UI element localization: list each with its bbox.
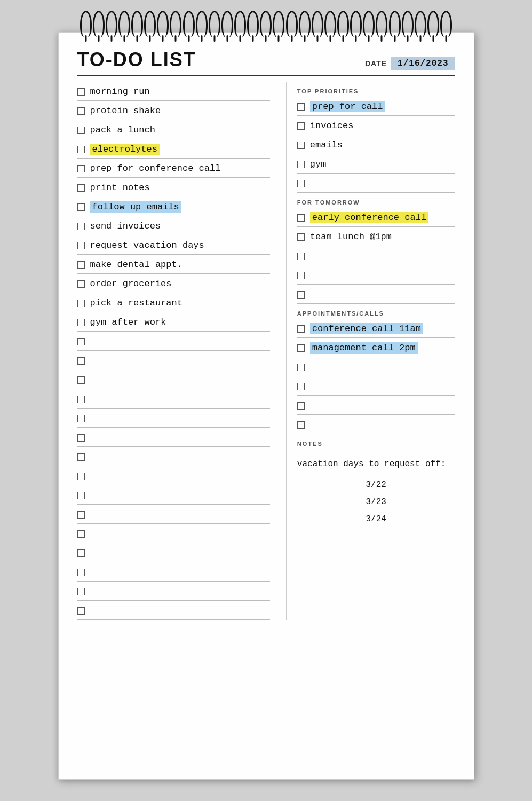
task-checkbox[interactable] [77, 146, 85, 153]
spiral-coil [312, 11, 323, 37]
task-item: prep for conference call [77, 159, 270, 178]
empty-task [297, 265, 455, 285]
date-label: DATE [365, 59, 387, 68]
empty-task [297, 246, 455, 265]
task-text: send invoices [90, 221, 270, 231]
task-checkbox[interactable] [297, 103, 305, 111]
highlight-blue: follow up emails [90, 201, 181, 213]
empty-task [77, 582, 270, 601]
highlight-yellow: electrolytes [90, 144, 160, 155]
task-text: follow up emails [90, 202, 270, 212]
task-text: emails [310, 140, 455, 150]
spiral-coil [286, 11, 298, 37]
spiral-binding [80, 0, 453, 37]
task-checkbox[interactable] [297, 233, 305, 241]
task-checkbox[interactable] [77, 242, 85, 249]
task-text: prep for call [310, 101, 455, 112]
task-checkbox[interactable] [297, 253, 305, 260]
empty-task [77, 601, 270, 620]
date-value: 1/16/2023 [391, 57, 455, 70]
empty-task [77, 485, 270, 505]
task-text: protein shake [90, 106, 270, 116]
task-text: request vacation days [90, 240, 270, 250]
task-checkbox[interactable] [77, 396, 85, 403]
task-checkbox[interactable] [77, 607, 85, 615]
task-checkbox[interactable] [77, 223, 85, 230]
task-checkbox[interactable] [297, 421, 305, 429]
spiral-coil [157, 11, 169, 37]
task-checkbox[interactable] [297, 122, 305, 130]
spiral-coil [299, 11, 311, 37]
appointment-item: management call 2pm [297, 338, 455, 357]
task-checkbox[interactable] [297, 272, 305, 279]
spiral-coil [144, 11, 156, 37]
spiral-coil [118, 11, 130, 37]
task-checkbox[interactable] [77, 434, 85, 442]
task-checkbox[interactable] [297, 364, 305, 371]
task-checkbox[interactable] [77, 203, 85, 211]
empty-task [77, 332, 270, 351]
task-checkbox[interactable] [77, 453, 85, 461]
task-text: morning run [90, 87, 270, 97]
task-checkbox[interactable] [77, 165, 85, 172]
task-checkbox[interactable] [77, 280, 85, 288]
task-checkbox[interactable] [77, 319, 85, 326]
task-item: follow up emails [77, 197, 270, 216]
for-tomorrow-label: FOR TOMORROW [297, 199, 455, 206]
task-checkbox[interactable] [77, 107, 85, 115]
task-checkbox[interactable] [297, 402, 305, 410]
task-item: electrolytes [77, 139, 270, 159]
spiral-coil [376, 11, 387, 37]
spiral-coil [80, 11, 92, 37]
task-text: prep for conference call [90, 163, 270, 174]
task-checkbox[interactable] [77, 300, 85, 307]
task-checkbox[interactable] [77, 261, 85, 269]
task-checkbox[interactable] [77, 549, 85, 557]
empty-task [297, 285, 455, 304]
empty-task [77, 428, 270, 447]
task-text: early conference call [310, 213, 455, 223]
spiral-coil [273, 11, 284, 37]
task-checkbox[interactable] [297, 180, 305, 187]
task-checkbox[interactable] [297, 383, 305, 390]
task-checkbox[interactable] [77, 127, 85, 134]
spiral-coil [131, 11, 143, 37]
task-checkbox[interactable] [77, 492, 85, 499]
task-text: invoices [310, 121, 455, 131]
task-checkbox[interactable] [77, 415, 85, 422]
task-checkbox[interactable] [77, 588, 85, 595]
task-checkbox[interactable] [297, 161, 305, 168]
task-checkbox[interactable] [77, 376, 85, 384]
task-checkbox[interactable] [77, 530, 85, 538]
empty-task [297, 396, 455, 415]
task-checkbox[interactable] [77, 357, 85, 365]
task-text: management call 2pm [310, 343, 455, 353]
priority-item: emails [297, 135, 455, 154]
appointment-item: conference call 11am [297, 319, 455, 338]
task-checkbox[interactable] [297, 142, 305, 149]
task-checkbox[interactable] [77, 338, 85, 345]
spiral-coil [337, 11, 349, 37]
spiral-coil [170, 11, 181, 37]
task-text: print notes [90, 183, 270, 193]
task-checkbox[interactable] [77, 88, 85, 96]
task-checkbox[interactable] [297, 325, 305, 333]
spiral-coil [247, 11, 259, 37]
task-text: gym after work [90, 317, 270, 327]
task-text: order groceries [90, 279, 270, 289]
task-checkbox[interactable] [297, 291, 305, 299]
task-checkbox[interactable] [77, 184, 85, 192]
priority-item: gym [297, 154, 455, 174]
task-checkbox[interactable] [297, 214, 305, 222]
task-checkbox[interactable] [77, 473, 85, 480]
task-item: make dental appt. [77, 255, 270, 274]
task-checkbox[interactable] [77, 569, 85, 576]
spiral-coil [389, 11, 401, 37]
task-checkbox[interactable] [77, 511, 85, 519]
spiral-coil [324, 11, 336, 37]
notes-text: vacation days to request off: [297, 452, 455, 476]
empty-task [77, 562, 270, 582]
empty-task [297, 357, 455, 376]
task-checkbox[interactable] [297, 344, 305, 352]
spiral-coil [350, 11, 362, 37]
